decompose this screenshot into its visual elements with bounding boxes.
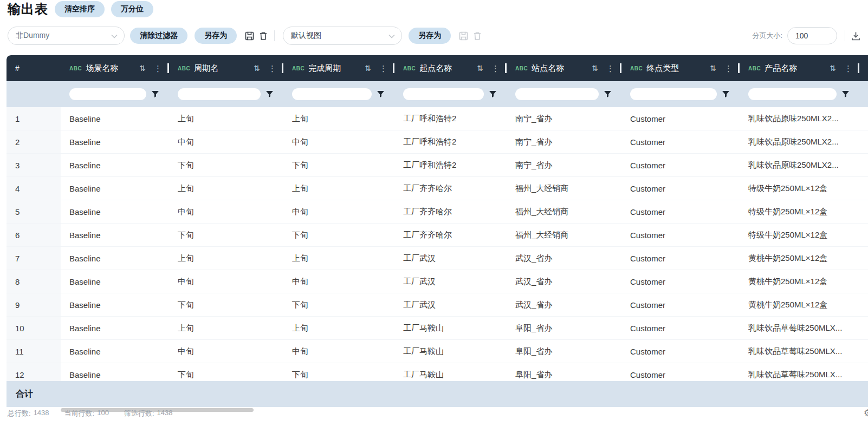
column-menu-icon[interactable]: ⋮ bbox=[724, 64, 733, 73]
table-cell: 工厂齐齐哈尔 bbox=[394, 224, 507, 246]
column-type-badge: ABC bbox=[178, 65, 190, 71]
table-body: 1Baseline上旬上旬工厂呼和浩特2南宁_省办Customer乳味饮品原味2… bbox=[7, 107, 868, 386]
column-type-badge: ABC bbox=[69, 65, 82, 71]
table-row[interactable]: 4Baseline上旬上旬工厂齐齐哈尔福州_大经销商Customer特级牛奶25… bbox=[7, 177, 868, 200]
filter-preset-select[interactable]: 非Dummy bbox=[8, 27, 125, 45]
column-header[interactable]: ABC产品名称⇅⋮ bbox=[740, 55, 859, 81]
table-row[interactable]: 3Baseline下旬下旬工厂呼和浩特2南宁_省办Customer乳味饮品原味2… bbox=[7, 154, 868, 177]
column-header[interactable] bbox=[859, 55, 868, 81]
table-cell: 工厂呼和浩特2 bbox=[394, 154, 507, 176]
table-cell: 下旬 bbox=[283, 154, 394, 176]
column-menu-icon[interactable]: ⋮ bbox=[491, 64, 500, 73]
column-header-tools: ⇅⋮ bbox=[139, 64, 169, 73]
save-view-icon-disabled[interactable] bbox=[459, 31, 468, 41]
table-cell: 福州_大经销商 bbox=[507, 200, 621, 223]
column-header[interactable]: ABC站点名称⇅⋮ bbox=[507, 55, 621, 81]
column-filter-input[interactable] bbox=[630, 88, 717, 100]
table-cell: Baseline bbox=[61, 247, 169, 270]
table-cell: 下旬 bbox=[169, 224, 283, 246]
table-row[interactable]: 6Baseline下旬下旬工厂齐齐哈尔福州_大经销商Customer特级牛奶25… bbox=[7, 224, 868, 247]
column-filter-input[interactable] bbox=[178, 88, 261, 100]
table-cell: Customer bbox=[621, 340, 740, 363]
sort-icon[interactable]: ⇅ bbox=[365, 64, 371, 72]
table-row[interactable]: 8Baseline中旬中旬工厂武汉武汉_省办Customer黄桃牛奶250ML×… bbox=[7, 270, 868, 293]
column-filter-input[interactable] bbox=[515, 88, 599, 100]
filter-icon[interactable] bbox=[489, 90, 497, 98]
trash-icon[interactable] bbox=[259, 31, 268, 41]
column-filter-input[interactable] bbox=[403, 88, 484, 100]
column-header[interactable]: ABC周期名⇅⋮ bbox=[169, 55, 283, 81]
row-index: 3 bbox=[7, 154, 61, 176]
sort-icon[interactable]: ⇅ bbox=[592, 64, 598, 72]
table-cell: 下旬 bbox=[283, 224, 394, 246]
save-view-as-button[interactable]: 另存为 bbox=[409, 28, 451, 44]
table-cell: 工厂武汉 bbox=[394, 247, 507, 270]
sort-icon[interactable]: ⇅ bbox=[830, 64, 836, 72]
table-cell: Customer bbox=[621, 317, 740, 339]
table-cell: Customer bbox=[621, 270, 740, 293]
table-cell: Baseline bbox=[61, 107, 169, 130]
table-row[interactable]: 11Baseline中旬中旬工厂马鞍山阜阳_省办Customer乳味饮品草莓味2… bbox=[7, 340, 868, 363]
filter-icon[interactable] bbox=[722, 90, 730, 98]
table-cell: 工厂武汉 bbox=[394, 293, 507, 316]
total-rows-value: 1438 bbox=[34, 409, 49, 418]
column-menu-icon[interactable]: ⋮ bbox=[268, 64, 276, 73]
permyriad-button[interactable]: 万分位 bbox=[111, 1, 153, 17]
save-icon[interactable] bbox=[245, 31, 254, 41]
filter-icon[interactable] bbox=[604, 90, 612, 98]
column-filter-input[interactable] bbox=[69, 88, 146, 100]
table-cell: 上旬 bbox=[169, 177, 283, 200]
column-header[interactable]: ABC完成周期⇅⋮ bbox=[283, 55, 394, 81]
row-index: 9 bbox=[7, 293, 61, 316]
table-row[interactable]: 1Baseline上旬上旬工厂呼和浩特2南宁_省办Customer乳味饮品原味2… bbox=[7, 107, 868, 130]
table-row[interactable]: 2Baseline中旬中旬工厂呼和浩特2南宁_省办Customer乳味饮品原味2… bbox=[7, 130, 868, 154]
sort-icon[interactable]: ⇅ bbox=[710, 64, 716, 72]
table-row[interactable]: 9Baseline下旬下旬工厂武汉武汉_省办Customer黄桃牛奶250ML×… bbox=[7, 293, 868, 317]
column-header-label: 起点名称 bbox=[419, 63, 452, 74]
index-filter-cell bbox=[7, 81, 61, 107]
row-index: 11 bbox=[7, 340, 61, 363]
filter-icon[interactable] bbox=[377, 90, 385, 98]
clear-filters-button[interactable]: 清除过滤器 bbox=[130, 28, 187, 44]
table-row[interactable]: 5Baseline中旬中旬工厂齐齐哈尔福州_大经销商Customer特级牛奶25… bbox=[7, 200, 868, 224]
column-header[interactable]: ABC起点名称⇅⋮ bbox=[394, 55, 507, 81]
sort-icon[interactable]: ⇅ bbox=[477, 64, 483, 72]
filter-icon[interactable] bbox=[265, 90, 274, 98]
column-header[interactable]: ABC终点类型⇅⋮ bbox=[621, 55, 740, 81]
total-label: 合计 bbox=[16, 389, 33, 400]
toolbar-divider bbox=[274, 30, 275, 41]
table-cell: 中旬 bbox=[283, 130, 394, 153]
filtered-rows-label: 筛选行数: bbox=[124, 409, 154, 418]
table-row[interactable]: 7Baseline上旬上旬工厂武汉武汉_省办Customer黄桃牛奶250ML×… bbox=[7, 247, 868, 270]
download-icon[interactable] bbox=[851, 31, 860, 41]
sort-icon[interactable]: ⇅ bbox=[139, 64, 146, 72]
column-header-label: 终点类型 bbox=[646, 63, 679, 74]
filter-cell bbox=[740, 81, 859, 107]
column-header[interactable]: ABC场景名称⇅⋮ bbox=[61, 55, 169, 81]
page-size-input[interactable] bbox=[787, 27, 837, 44]
filter-icon[interactable] bbox=[841, 90, 850, 98]
column-menu-icon[interactable]: ⋮ bbox=[844, 64, 852, 73]
row-index: 5 bbox=[7, 200, 61, 223]
table-row[interactable]: 10Baseline上旬上旬工厂马鞍山阜阳_省办Customer乳味饮品草莓味2… bbox=[7, 317, 868, 340]
page-title: 输出表 bbox=[8, 1, 48, 18]
sort-icon[interactable]: ⇅ bbox=[254, 64, 260, 72]
column-filter-input[interactable] bbox=[748, 88, 837, 100]
table-cell: Baseline bbox=[61, 130, 169, 153]
table-cell: Baseline bbox=[61, 224, 169, 246]
clear-sort-button[interactable]: 清空排序 bbox=[55, 1, 105, 17]
column-menu-icon[interactable]: ⋮ bbox=[379, 64, 387, 73]
table-cell: 武汉_省办 bbox=[507, 293, 621, 316]
output-table: #ABC场景名称⇅⋮ABC周期名⇅⋮ABC完成周期⇅⋮ABC起点名称⇅⋮ABC站… bbox=[7, 55, 868, 407]
trash-view-icon-disabled[interactable] bbox=[473, 31, 482, 41]
column-menu-icon[interactable]: ⋮ bbox=[606, 64, 614, 73]
row-index: 8 bbox=[7, 270, 61, 293]
save-filter-as-button[interactable]: 另存为 bbox=[195, 28, 237, 44]
gear-icon[interactable]: ⚙ bbox=[864, 407, 868, 419]
column-filter-input[interactable] bbox=[292, 88, 372, 100]
table-cell: 武汉_省办 bbox=[507, 247, 621, 270]
view-select[interactable]: 默认视图 bbox=[283, 27, 402, 45]
filter-cell bbox=[394, 81, 507, 107]
column-menu-icon[interactable]: ⋮ bbox=[154, 64, 162, 73]
filter-icon[interactable] bbox=[151, 90, 159, 98]
